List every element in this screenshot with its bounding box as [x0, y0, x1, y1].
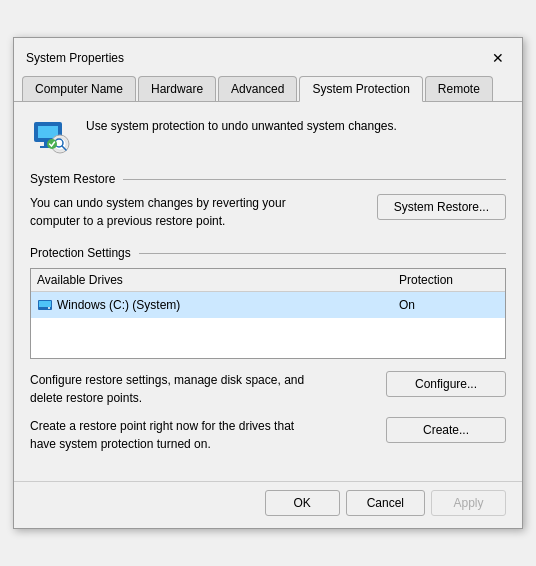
tab-remote[interactable]: Remote	[425, 76, 493, 101]
configure-button[interactable]: Configure...	[386, 371, 506, 397]
header-section: Use system protection to undo unwanted s…	[30, 114, 506, 158]
table-header: Available Drives Protection	[31, 269, 505, 292]
system-restore-label: System Restore	[30, 172, 115, 186]
column-drives: Available Drives	[37, 273, 399, 287]
system-properties-dialog: System Properties ✕ Computer Name Hardwa…	[13, 37, 523, 529]
section-divider	[123, 179, 506, 180]
drive-icon	[37, 297, 53, 313]
close-button[interactable]: ✕	[486, 46, 510, 70]
tab-content: Use system protection to undo unwanted s…	[14, 102, 522, 477]
tab-computer-name[interactable]: Computer Name	[22, 76, 136, 101]
tab-system-protection[interactable]: System Protection	[299, 76, 422, 102]
configure-text: Configure restore settings, manage disk …	[30, 371, 310, 407]
create-text: Create a restore point right now for the…	[30, 417, 310, 453]
ok-button[interactable]: OK	[265, 490, 340, 516]
create-button[interactable]: Create...	[386, 417, 506, 443]
dialog-title: System Properties	[26, 51, 124, 65]
drive-name: Windows (C:) (System)	[37, 297, 399, 313]
table-empty-area	[31, 318, 505, 358]
column-protection: Protection	[399, 273, 499, 287]
dialog-footer: OK Cancel Apply	[14, 481, 522, 528]
title-bar: System Properties ✕	[14, 38, 522, 70]
apply-button[interactable]: Apply	[431, 490, 506, 516]
tab-bar: Computer Name Hardware Advanced System P…	[14, 70, 522, 102]
table-row[interactable]: Windows (C:) (System) On	[31, 292, 505, 318]
svg-point-8	[47, 139, 57, 149]
shield-icon	[30, 114, 74, 158]
system-restore-button[interactable]: System Restore...	[377, 194, 506, 220]
system-restore-area: You can undo system changes by reverting…	[30, 194, 506, 230]
drives-table: Available Drives Protection Windows (C:)…	[30, 268, 506, 359]
tab-advanced[interactable]: Advanced	[218, 76, 297, 101]
system-restore-description: You can undo system changes by reverting…	[30, 194, 300, 230]
drive-protection-status: On	[399, 298, 499, 312]
protection-settings-area: Protection Settings Available Drives Pro…	[30, 246, 506, 453]
protection-settings-label: Protection Settings	[30, 246, 131, 260]
header-text: Use system protection to undo unwanted s…	[86, 118, 397, 135]
system-restore-header: System Restore	[30, 172, 506, 186]
svg-point-11	[48, 307, 50, 309]
protection-settings-header: Protection Settings	[30, 246, 506, 260]
svg-rect-10	[39, 301, 51, 307]
tab-hardware[interactable]: Hardware	[138, 76, 216, 101]
cancel-button[interactable]: Cancel	[346, 490, 425, 516]
create-row: Create a restore point right now for the…	[30, 417, 506, 453]
section-divider-2	[139, 253, 506, 254]
configure-row: Configure restore settings, manage disk …	[30, 371, 506, 407]
